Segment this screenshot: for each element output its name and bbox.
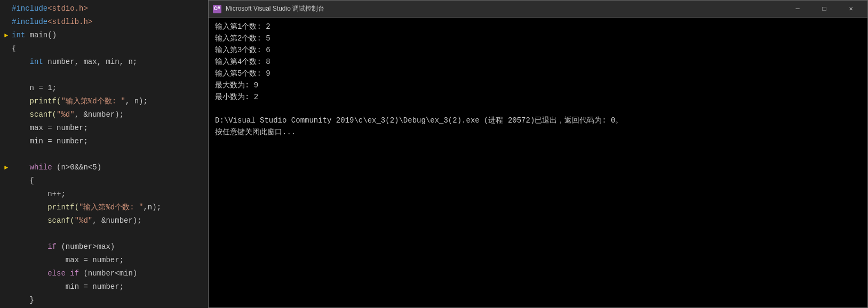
gutter-arrow — [4, 109, 12, 121]
code-token: (n>0&&n<5) — [52, 161, 101, 174]
code-token: { — [12, 42, 16, 55]
console-output-line: 输入第2个数: 5 — [215, 33, 861, 44]
code-token: <stdlib.h> — [47, 15, 92, 28]
code-line: else if (number<min) — [0, 267, 208, 280]
gutter-arrow — [4, 135, 12, 148]
code-token: printf( — [30, 95, 61, 108]
vs-icon: C# — [213, 5, 221, 13]
code-token: , &number); — [75, 108, 124, 121]
code-token: , &number); — [92, 214, 141, 227]
console-titlebar: C# Microsoft Visual Studio 调试控制台 ─ □ ✕ — [209, 1, 867, 18]
code-line: n++; — [0, 188, 208, 201]
code-token: <stdio.h> — [47, 2, 88, 15]
gutter-arrow — [4, 56, 12, 69]
code-line: max = number; — [0, 121, 208, 135]
code-line: { — [0, 42, 208, 55]
code-token: ,n); — [143, 201, 161, 214]
code-line: ► while (n>0&&n<5) — [0, 161, 208, 174]
console-output-line: 输入第5个数: 9 — [215, 68, 861, 79]
code-line: scanf("%d", &number); — [0, 108, 208, 121]
code-token: n++; — [47, 188, 66, 200]
code-token: "输入第%d个数: " — [61, 95, 125, 108]
code-line: #include<stdlib.h> — [0, 15, 208, 29]
gutter-arrow — [4, 148, 12, 161]
code-token: number, max, min, n; — [43, 55, 137, 68]
code-line — [0, 228, 208, 240]
code-line: printf("输入第%d个数: ",n); — [0, 201, 208, 214]
gutter-arrow — [4, 188, 12, 201]
gutter-arrow — [4, 175, 12, 188]
code-token: (number<min) — [79, 267, 137, 280]
code-editor: #include<stdio.h> #include<stdlib.h>►int… — [0, 0, 208, 308]
close-button[interactable]: ✕ — [839, 1, 863, 18]
code-token: main() — [25, 29, 57, 42]
console-output-line — [215, 103, 861, 115]
code-line: n = 1; — [0, 82, 208, 95]
code-token: max = number; — [30, 121, 88, 134]
code-token: printf( — [47, 201, 79, 214]
gutter-arrow — [4, 69, 12, 82]
code-line: ►int main() — [0, 29, 208, 42]
code-token: scanf( — [47, 214, 74, 227]
gutter-arrow — [4, 82, 12, 95]
code-line — [0, 69, 208, 82]
code-token: , n); — [125, 95, 148, 108]
code-line: if (number>max) — [0, 240, 208, 254]
gutter-arrow: ► — [4, 29, 12, 42]
code-token: min = number; — [66, 280, 124, 293]
console-output-line: 最大数为: 9 — [215, 79, 861, 91]
gutter-arrow — [4, 281, 12, 294]
code-token: int — [30, 55, 43, 68]
code-token: scanf( — [30, 108, 57, 121]
code-line: min = number; — [0, 135, 208, 148]
console-output-line: 输入第1个数: 2 — [215, 21, 861, 33]
code-line: max = number; — [0, 254, 208, 267]
code-token: "%d" — [57, 108, 75, 121]
console-output-line: 最小数为: 2 — [215, 91, 861, 103]
console-output-line: 输入第3个数: 6 — [215, 44, 861, 56]
code-token: while — [30, 161, 52, 174]
console-output-line: 按任意键关闭此窗口... — [215, 126, 861, 138]
code-line: printf("输入第%d个数: ", n); — [0, 95, 208, 108]
gutter-arrow — [4, 16, 12, 29]
gutter-arrow — [4, 43, 12, 55]
code-line: min = number; — [0, 280, 208, 294]
code-token: max = number; — [66, 254, 124, 266]
code-token — [66, 267, 70, 280]
gutter-arrow — [4, 122, 12, 135]
gutter-arrow — [4, 3, 12, 15]
gutter-arrow — [4, 95, 12, 108]
code-line: scanf("%d", &number); — [0, 214, 208, 228]
code-token: else — [47, 267, 66, 280]
gutter-arrow — [4, 294, 12, 307]
console-output-line: D:\Visual Studio Community 2019\c\ex_3(2… — [215, 115, 861, 126]
console-output-line: 输入第4个数: 8 — [215, 56, 861, 68]
code-token: "输入第%d个数: " — [79, 201, 143, 214]
maximize-button[interactable]: □ — [812, 1, 837, 18]
gutter-arrow — [4, 268, 12, 280]
code-token: min = number; — [30, 135, 88, 148]
code-token: #include — [12, 15, 47, 28]
gutter-arrow — [4, 254, 12, 267]
code-token: n = 1; — [30, 82, 57, 94]
console-body: 输入第1个数: 2输入第2个数: 5输入第3个数: 6输入第4个数: 8输入第5… — [209, 18, 867, 307]
gutter-arrow — [4, 201, 12, 214]
code-line: int number, max, min, n; — [0, 55, 208, 69]
code-token: int — [12, 29, 25, 42]
code-line: #include<stdio.h> — [0, 2, 208, 15]
code-token: { — [30, 174, 34, 187]
gutter-arrow — [4, 228, 12, 240]
minimize-button[interactable]: ─ — [785, 1, 810, 18]
code-token: } — [30, 294, 34, 306]
code-line — [0, 148, 208, 161]
console-title: Microsoft Visual Studio 调试控制台 — [226, 4, 781, 13]
code-token: "%d" — [75, 214, 93, 227]
console-window: C# Microsoft Visual Studio 调试控制台 ─ □ ✕ 输… — [208, 0, 868, 308]
code-token: if — [47, 240, 57, 253]
gutter-arrow: ► — [4, 161, 12, 174]
code-token: #include — [12, 2, 47, 15]
code-line: { — [0, 174, 208, 188]
window-controls: ─ □ ✕ — [785, 1, 863, 18]
gutter-arrow — [4, 215, 12, 228]
code-token: if — [70, 267, 79, 280]
